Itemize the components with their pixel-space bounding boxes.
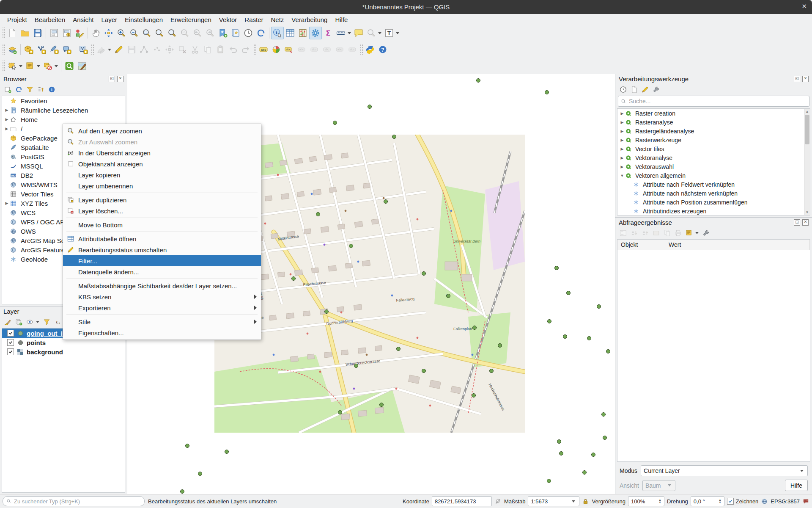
toggle-editing-button[interactable]: [112, 43, 125, 56]
browser-properties-info-button[interactable]: i: [47, 84, 57, 94]
messages-icon[interactable]: [802, 498, 809, 505]
menu-item-eigenschaften[interactable]: Eigenschaften...: [63, 327, 261, 338]
results-settings-button[interactable]: [701, 228, 711, 238]
menu-item-attributtabelle-öffnen[interactable]: Attributtabelle öffnen: [63, 233, 261, 244]
browser-close-button[interactable]: ✕: [117, 76, 123, 82]
coordinate-input[interactable]: 826721,5934173: [432, 496, 492, 506]
new-shapefile-layer-button[interactable]: [35, 43, 48, 56]
scroll-up-icon[interactable]: ▲: [804, 109, 810, 114]
layout-manager-button[interactable]: [60, 27, 73, 39]
layer-visibility-checkbox[interactable]: [7, 339, 14, 346]
menu-raster[interactable]: Raster: [241, 15, 267, 25]
menu-item-objektanzahl-anzeigen[interactable]: Objektanzahl anzeigen: [63, 158, 261, 169]
sum-features-button[interactable]: Σ: [322, 27, 335, 39]
processing-group-vector-tiles[interactable]: ▶Vector tiles: [617, 144, 810, 153]
expand-icon[interactable]: ▶: [619, 138, 625, 142]
expand-icon[interactable]: ▶: [4, 117, 10, 121]
menu-item-auf-den-layer-zoomen[interactable]: Auf den Layer zoomen: [63, 125, 261, 136]
menu-item-move-to-bottom[interactable]: Move to Bottom: [63, 219, 261, 230]
menu-erweiterungen[interactable]: Erweiterungen: [167, 15, 215, 25]
expand-icon[interactable]: ▼: [619, 174, 625, 178]
menu-item-bearbeitungsstatus-umschalten[interactable]: Bearbeitungsstatus umschalten: [63, 244, 261, 255]
processing-close-button[interactable]: ✕: [802, 76, 809, 82]
new-spatialite-layer-button[interactable]: [48, 43, 60, 56]
map-tips-button[interactable]: [352, 27, 365, 39]
filter-legend-button[interactable]: [41, 317, 52, 327]
expand-icon[interactable]: ▶: [4, 127, 10, 131]
browser-refresh-button[interactable]: [14, 84, 24, 94]
filter-by-expression-button[interactable]: εα: [52, 317, 63, 327]
browser-float-button[interactable]: ◱: [109, 76, 115, 82]
menu-item-maßstabsabhängige-sichtbarkeit-des/der-layer-setzen[interactable]: Maßstabsabhängige Sichtbarkeit des/der L…: [63, 280, 261, 291]
open-project-button[interactable]: [19, 27, 31, 39]
menu-projekt[interactable]: Projekt: [3, 15, 31, 25]
menu-item-exportieren[interactable]: Exportieren: [63, 302, 261, 313]
expand-icon[interactable]: ▶: [619, 129, 625, 133]
toolbar-drag-handle[interactable]: [2, 44, 5, 55]
toolbar-drag-handle[interactable]: [253, 44, 256, 55]
menu-item-in-der-übersicht-anzeigen[interactable]: In der Übersicht anzeigen: [63, 147, 261, 158]
expand-icon[interactable]: ▶: [4, 108, 10, 112]
pan-map-button[interactable]: [90, 27, 102, 39]
open-attribute-table-button[interactable]: [284, 27, 296, 39]
menu-item-filter[interactable]: Filter...: [63, 255, 261, 266]
results-close-button[interactable]: ✕: [802, 219, 809, 226]
browser-item-home[interactable]: ▶Home: [2, 115, 125, 124]
osm-place-search-button[interactable]: [63, 60, 76, 72]
magnifier-spinbox[interactable]: 100% ▲▼: [628, 496, 664, 506]
pan-to-selection-button[interactable]: [102, 27, 115, 39]
select-features-button[interactable]: [6, 60, 19, 72]
layer-visibility-checkbox[interactable]: [7, 330, 14, 337]
menu-item-layer-umbenennen[interactable]: Layer umbenennen: [63, 180, 261, 191]
menu-einstellungen[interactable]: Einstellungen: [121, 15, 167, 25]
style-manager-button[interactable]: [73, 27, 86, 39]
processing-alg-attributindizes-erzeugen[interactable]: Attributindizes erzeugen: [617, 207, 810, 215]
manage-map-themes-button[interactable]: [25, 317, 35, 327]
processing-history-button[interactable]: [618, 84, 628, 94]
view-select[interactable]: Baum: [642, 480, 675, 491]
menu-layer[interactable]: Layer: [97, 15, 121, 25]
locator-search-input[interactable]: Zu suchender Typ (Strg+K): [3, 496, 145, 506]
browser-collapse-all-button[interactable]: [36, 84, 46, 94]
layer-item-background[interactable]: background: [2, 347, 125, 356]
processing-alg-attribute-nach-feldwert-verknüpfen[interactable]: Attribute nach Feldwert verknüpfen: [617, 180, 810, 189]
menu-item-stile[interactable]: Stile: [63, 316, 261, 327]
zoom-in-button[interactable]: [115, 27, 128, 39]
expand-icon[interactable]: ▶: [619, 111, 625, 116]
processing-alg-attribute-nach-nächstem-verknüpfen[interactable]: Attribute nach nächstem verknüpfen: [617, 189, 810, 198]
layer-diagram-button[interactable]: [270, 43, 283, 56]
results-float-button[interactable]: ◱: [794, 219, 800, 226]
deselect-features-dropdown-icon[interactable]: [55, 65, 58, 67]
save-project-button[interactable]: [31, 27, 44, 39]
menu-hilfe[interactable]: Hilfe: [331, 15, 351, 25]
text-annotation-button[interactable]: T: [383, 27, 395, 39]
select-features-by-value-button[interactable]: [24, 60, 36, 72]
menu-item-layer-löschen[interactable]: Layer löschen...: [63, 205, 261, 216]
menu-vektor[interactable]: Vektor: [215, 15, 241, 25]
help-contents-button[interactable]: ?: [376, 43, 389, 56]
processing-search-input[interactable]: Suche...: [618, 96, 809, 107]
processing-alg-attribute-nach-position-zusammenfügen[interactable]: Attribute nach Position zusammenfügen: [617, 198, 810, 207]
open-layer-styling-button[interactable]: [3, 317, 13, 327]
expand-icon[interactable]: ▶: [619, 147, 625, 151]
menu-verarbeitung[interactable]: Verarbeitung: [288, 15, 331, 25]
extent-mouse-icon[interactable]: [494, 498, 502, 505]
deselect-features-button[interactable]: [41, 60, 54, 72]
scroll-down-icon[interactable]: ▼: [804, 210, 810, 215]
menu-netz[interactable]: Netz: [267, 15, 288, 25]
browser-add-layer-button[interactable]: [3, 84, 13, 94]
temporal-controller-button[interactable]: [242, 27, 255, 39]
zoom-to-selection-button[interactable]: [166, 27, 178, 39]
toolbar-drag-handle[interactable]: [91, 44, 94, 55]
expand-icon[interactable]: ▶: [619, 120, 625, 124]
refresh-map-button[interactable]: [255, 27, 267, 39]
measure-button[interactable]: [335, 27, 347, 39]
titlebar[interactable]: *Unbenanntes Projekt — QGIS ✕: [0, 0, 812, 14]
expand-icon[interactable]: ▶: [4, 201, 10, 205]
close-window-button[interactable]: ✕: [801, 3, 807, 10]
processing-group-rasterwerkzeuge[interactable]: ▶Rasterwerkzeuge: [617, 135, 810, 144]
results-actions-button[interactable]: [684, 228, 694, 238]
zoom-full-extent-button[interactable]: [140, 27, 153, 39]
new-spatial-bookmark-button[interactable]: [217, 27, 229, 39]
select-features-by-value-dropdown-icon[interactable]: [37, 65, 40, 67]
